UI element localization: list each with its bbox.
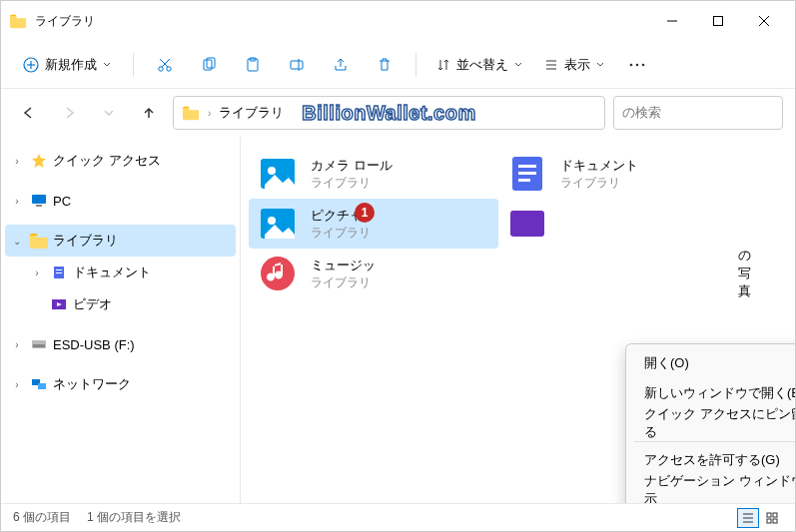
sidebar-item-libraries[interactable]: ⌄ ライブラリ bbox=[5, 225, 236, 257]
music-icon bbox=[257, 253, 299, 294]
ellipsis-icon bbox=[629, 63, 645, 67]
sidebar-item-network[interactable]: › ネットワーク bbox=[1, 368, 240, 400]
close-button[interactable] bbox=[741, 5, 787, 37]
svg-rect-15 bbox=[291, 61, 303, 69]
svg-rect-37 bbox=[518, 172, 536, 175]
copy-icon bbox=[201, 57, 217, 73]
content-pane[interactable]: カメラ ロール ライブラリ ドキュメント ライブラリ ピクチャ bbox=[241, 137, 795, 503]
item-name: ドキュメント bbox=[560, 157, 638, 175]
svg-rect-30 bbox=[33, 344, 45, 347]
recent-button[interactable] bbox=[93, 97, 125, 129]
navigation-pane[interactable]: › クイック アクセス › PC ⌄ ライブラリ › ドキュメント bbox=[1, 137, 241, 503]
more-button[interactable] bbox=[618, 47, 656, 83]
ctx-open-new-window[interactable]: 新しいウィンドウで開く(E) bbox=[630, 378, 795, 408]
annotation-badge-1: 1 bbox=[355, 203, 375, 223]
svg-rect-41 bbox=[510, 211, 544, 237]
folder-icon bbox=[29, 232, 49, 250]
sidebar-item-label: ライブラリ bbox=[53, 232, 118, 250]
maximize-button[interactable] bbox=[695, 5, 741, 37]
chevron-right-icon[interactable]: › bbox=[9, 379, 25, 390]
cut-button[interactable] bbox=[146, 47, 184, 83]
svg-rect-46 bbox=[767, 513, 771, 517]
details-view-button[interactable] bbox=[737, 508, 759, 528]
svg-point-22 bbox=[642, 63, 645, 66]
sidebar-item-documents[interactable]: › ドキュメント bbox=[1, 257, 240, 288]
sort-label: 並べ替え bbox=[456, 56, 508, 74]
up-button[interactable] bbox=[133, 97, 165, 129]
list-icon bbox=[544, 58, 558, 72]
svg-rect-24 bbox=[36, 205, 42, 207]
address-bar[interactable]: › ライブラリ BillionWallet.com bbox=[173, 96, 605, 130]
separator bbox=[415, 53, 416, 77]
rename-icon bbox=[289, 57, 305, 73]
context-menu: 開く(O) 新しいウィンドウで開く(E) クイック アクセスにピン留めする アク… bbox=[625, 343, 795, 503]
ctx-show-nav-pane[interactable]: ナビゲーション ウィンドウに表示 bbox=[630, 475, 795, 503]
view-label: 表示 bbox=[564, 56, 590, 74]
item-subtitle: ライブラリ bbox=[311, 225, 371, 242]
library-item-pictures[interactable]: ピクチャ ライブラリ 1 bbox=[249, 199, 498, 249]
chevron-right-icon[interactable]: › bbox=[9, 339, 25, 350]
library-item-videos[interactable] bbox=[498, 199, 748, 249]
separator bbox=[634, 441, 795, 442]
pictures-icon bbox=[257, 203, 299, 245]
svg-point-7 bbox=[159, 66, 163, 70]
search-placeholder: の検索 bbox=[622, 104, 661, 122]
svg-rect-32 bbox=[38, 383, 46, 389]
ctx-open[interactable]: 開く(O) bbox=[630, 348, 795, 378]
rename-button[interactable] bbox=[278, 47, 316, 83]
clipboard-icon bbox=[245, 57, 261, 73]
videos-icon bbox=[506, 203, 548, 245]
ctx-pin-quick-access[interactable]: クイック アクセスにピン留めする bbox=[630, 408, 795, 438]
svg-point-34 bbox=[268, 167, 276, 175]
sort-button[interactable]: 並べ替え bbox=[428, 50, 530, 80]
chevron-right-icon[interactable]: › bbox=[9, 156, 25, 167]
library-item-music[interactable]: ミュージッ ライブラリ bbox=[249, 249, 498, 298]
chevron-down-icon bbox=[104, 108, 114, 118]
sidebar-item-label: クイック アクセス bbox=[53, 152, 161, 170]
svg-rect-38 bbox=[518, 179, 530, 182]
svg-rect-27 bbox=[56, 272, 62, 273]
svg-rect-1 bbox=[714, 17, 723, 26]
paste-button[interactable] bbox=[234, 47, 272, 83]
chevron-right-icon[interactable]: › bbox=[29, 267, 45, 278]
chevron-down-icon bbox=[103, 61, 111, 69]
sidebar-item-label: ドキュメント bbox=[73, 264, 151, 281]
library-item-camera-roll[interactable]: カメラ ロール ライブラリ bbox=[249, 149, 498, 199]
delete-button[interactable] bbox=[366, 47, 403, 83]
new-button[interactable]: 新規作成 bbox=[13, 50, 121, 80]
watermark: BillionWallet.com bbox=[302, 102, 475, 125]
minimize-button[interactable] bbox=[649, 5, 695, 37]
item-subtitle: ライブラリ bbox=[560, 175, 638, 192]
back-button[interactable] bbox=[13, 97, 45, 129]
sidebar-item-quick-access[interactable]: › クイック アクセス bbox=[1, 145, 240, 177]
library-item-saved-pictures[interactable]: の写真 bbox=[498, 249, 758, 298]
chevron-right-icon: › bbox=[208, 108, 211, 119]
item-subtitle: ライブラリ bbox=[311, 274, 376, 291]
chevron-down-icon[interactable]: ⌄ bbox=[9, 236, 25, 247]
forward-button[interactable] bbox=[53, 97, 85, 129]
sidebar-item-esd-usb[interactable]: › ESD-USB (F:) bbox=[1, 328, 240, 360]
sidebar-item-videos[interactable]: › ビデオ bbox=[1, 288, 240, 320]
status-item-count: 6 個の項目 bbox=[13, 509, 71, 526]
chevron-down-icon bbox=[596, 61, 604, 69]
window-title: ライブラリ bbox=[35, 13, 649, 30]
icons-view-button[interactable] bbox=[761, 508, 783, 528]
breadcrumb[interactable]: ライブラリ bbox=[219, 104, 284, 122]
new-button-label: 新規作成 bbox=[45, 56, 97, 74]
sort-icon bbox=[436, 58, 450, 72]
chevron-right-icon[interactable]: › bbox=[9, 196, 25, 207]
videos-icon bbox=[49, 295, 69, 313]
view-button[interactable]: 表示 bbox=[536, 50, 612, 80]
ctx-give-access[interactable]: アクセスを許可する(G)› bbox=[630, 445, 795, 475]
search-input[interactable]: の検索 bbox=[613, 96, 783, 130]
copy-button[interactable] bbox=[190, 47, 228, 83]
svg-point-8 bbox=[167, 66, 171, 70]
share-button[interactable] bbox=[322, 47, 360, 83]
sidebar-item-pc[interactable]: › PC bbox=[1, 185, 240, 217]
usb-drive-icon bbox=[29, 335, 49, 353]
svg-line-9 bbox=[162, 59, 170, 67]
library-item-documents[interactable]: ドキュメント ライブラリ bbox=[498, 149, 748, 199]
item-name: ミュージッ bbox=[311, 257, 376, 274]
separator bbox=[133, 53, 134, 77]
item-name: の写真 bbox=[738, 247, 751, 300]
